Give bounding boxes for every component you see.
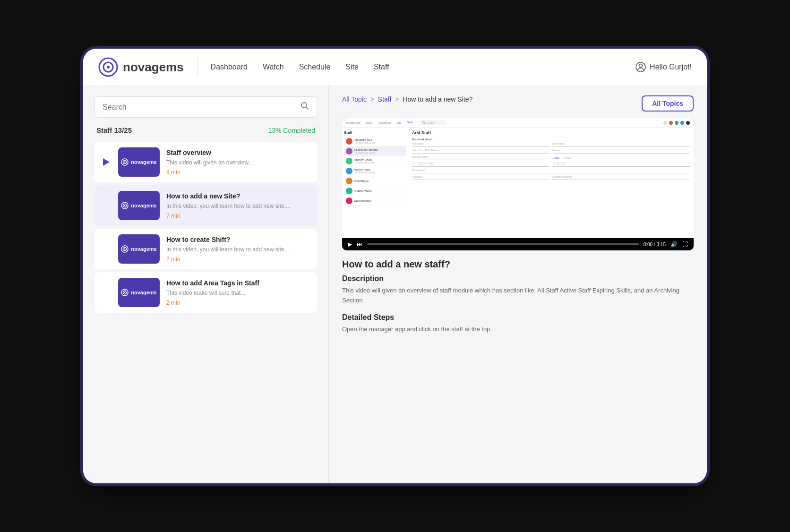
- thumb-text-1: novagems: [131, 159, 156, 165]
- right-top: All Topic > Staff > How to add a new Sit…: [342, 95, 694, 112]
- video-list: novagems Staff overview This video will …: [94, 142, 317, 313]
- ss-field-confirm-pw: Confirm Password: [552, 175, 690, 180]
- all-topics-button[interactable]: All Topics: [642, 95, 694, 112]
- ss-field-phone: +1 _ 760-221 - 7901: [412, 162, 550, 167]
- video-item-3[interactable]: novagems How to create Shift? In this vi…: [94, 229, 317, 269]
- nav-site[interactable]: Site: [345, 63, 359, 71]
- progress-bar-track[interactable]: [367, 243, 639, 245]
- ss-field-row-6: Password Confirm Password: [412, 175, 690, 180]
- svg-point-4: [639, 64, 643, 68]
- ss-staff-name-2: Lawrence Ramirez+1 (408) 261-21-88: [354, 148, 378, 154]
- ss-field-password: Password: [412, 175, 550, 180]
- video-duration-4: 2 min: [166, 300, 310, 306]
- nav-watch[interactable]: Watch: [263, 63, 284, 71]
- video-thumb-4: novagems: [118, 278, 160, 307]
- ss-add-staff-title: Add Staff: [412, 130, 690, 135]
- ss-avatar-5: [346, 178, 352, 184]
- video-info-3: How to create Shift? In this video, you …: [166, 235, 310, 263]
- ss-field-row-3: Science battery ● Male ○ Female: [412, 155, 690, 160]
- skip-button[interactable]: ⏭: [357, 241, 362, 248]
- ss-sub-1: +1 (808) 261-21-88: [354, 141, 375, 144]
- ss-icons: [663, 121, 690, 125]
- left-panel: Staff 13/25 13% Completed: [83, 86, 329, 483]
- nav-dashboard[interactable]: Dashboard: [211, 63, 248, 71]
- video-thumb-2: novagems: [118, 191, 160, 220]
- ss-field-address: Basic Mand Edits Address: [412, 149, 550, 154]
- video-duration-1: 9 min: [166, 169, 310, 176]
- ss-staff-name-3: Stanley Lewis+1 (408) 260-12-66: [354, 158, 375, 164]
- ss-staff-title: Staff: [344, 130, 406, 135]
- ss-staff-name-5: Ivan Briggs: [354, 180, 369, 182]
- ss-add-staff-form: Add Staff Personal Detail First Name Las…: [408, 128, 694, 238]
- svg-point-10: [124, 162, 125, 163]
- ss-field-science: Science battery: [412, 155, 550, 160]
- logo-text: novagems: [123, 60, 184, 75]
- progress-header: Staff 13/25 13% Completed: [94, 126, 317, 134]
- ss-staff-4: Kevin Flores+1 (808) 261-21-88: [344, 166, 406, 176]
- video-thumb-1: novagems: [118, 147, 160, 177]
- ss-avatar-7: [346, 197, 352, 204]
- fullscreen-button[interactable]: ⛶: [682, 241, 688, 248]
- ss-sub-2: +1 (408) 261-21-88: [354, 151, 378, 154]
- ss-name-text-5: Ivan Briggs: [354, 180, 369, 182]
- ss-field-firstname: First Name: [412, 142, 550, 147]
- video-desc-4: This video make will sure that...: [166, 289, 310, 297]
- ss-field-startdate: 19 JUL 2022: [552, 162, 690, 167]
- video-item-1[interactable]: novagems Staff overview This video will …: [94, 142, 317, 182]
- ss-field-row-4: +1 _ 760-221 - 7901 19 JUL 2022: [412, 162, 690, 167]
- logo-icon: [98, 57, 118, 77]
- video-info-4: How to add Area Tags in Staff This video…: [166, 279, 310, 307]
- progress-pct: 13% Completed: [268, 127, 315, 134]
- breadcrumb-staff[interactable]: Staff: [378, 95, 392, 103]
- video-item-4[interactable]: novagems How to add Area Tags in Staff T…: [94, 272, 317, 313]
- steps-heading: Detailed Steps: [342, 313, 694, 322]
- svg-point-13: [124, 205, 125, 206]
- ss-nav-5: Staff: [407, 121, 413, 124]
- ss-field-row-2: Basic Mand Edits Address Gender: [412, 149, 690, 154]
- video-item-2[interactable]: novagems How to add a new Site? In this …: [94, 185, 317, 226]
- play-button-1[interactable]: [101, 157, 112, 167]
- nav-schedule[interactable]: Schedule: [299, 63, 331, 71]
- ss-staff-2: Lawrence Ramirez+1 (408) 261-21-88: [344, 146, 406, 156]
- breadcrumb-all-topic[interactable]: All Topic: [342, 95, 367, 103]
- ss-staff-5: Ivan Briggs: [344, 176, 406, 186]
- search-bar: [94, 96, 317, 118]
- ss-nav-1: Dashboard: [346, 121, 360, 124]
- ss-staff-list: Staff Alejandro Ney+1 (808) 261-21-88 La…: [342, 128, 408, 238]
- video-title-4: How to add Area Tags in Staff: [166, 279, 310, 287]
- play-pause-button[interactable]: ▶: [348, 241, 352, 248]
- ss-search-bar: 🔍 Search: [419, 120, 447, 125]
- svg-point-2: [107, 66, 110, 69]
- svg-marker-7: [103, 158, 110, 166]
- nav-staff[interactable]: Staff: [374, 63, 389, 71]
- ss-staff-6: Gabriel Wong: [344, 186, 406, 196]
- ss-field-row-5: Employee ID: [412, 169, 690, 173]
- user-area: Hello Gurjot!: [635, 62, 692, 72]
- svg-point-19: [124, 292, 125, 293]
- search-input[interactable]: [103, 103, 297, 112]
- breadcrumb-sep1: >: [370, 95, 374, 103]
- video-player: Dashboard Watch Schedule Site Staff 🔍 Se…: [342, 118, 694, 250]
- video-desc-3: In this video, you will learn how to add…: [166, 246, 310, 254]
- player-controls: ▶ ⏭ 0:00 / 3:15 🔊 ⛶: [342, 238, 694, 250]
- ss-sub-3: +1 (408) 260-12-66: [354, 161, 375, 164]
- video-title-2: How to add a new Site?: [166, 192, 310, 200]
- ss-personal-section: Personal Detail: [412, 138, 690, 141]
- ss-field-gender: Gender: [552, 149, 690, 154]
- right-panel: All Topic > Staff > How to add a new Sit…: [329, 86, 707, 483]
- video-title-1: Staff overview: [166, 148, 310, 157]
- ss-avatar-4: [346, 168, 352, 174]
- ss-avatar-6: [346, 188, 352, 194]
- main-content: Staff 13/25 13% Completed: [83, 86, 707, 483]
- ss-staff-name-1: Alejandro Ney+1 (808) 261-21-88: [354, 138, 375, 144]
- volume-button[interactable]: 🔊: [670, 241, 678, 248]
- main-nav: Dashboard Watch Schedule Site Staff: [211, 63, 635, 71]
- video-thumb-3: novagems: [118, 234, 160, 264]
- video-info-1: Staff overview This video will given an …: [166, 148, 310, 176]
- ss-name-text-6: Gabriel Wong: [354, 189, 372, 192]
- thumb-logo-1: novagems: [121, 158, 156, 166]
- thumb-logo-4: novagems: [121, 289, 156, 296]
- ss-avatar-1: [346, 138, 352, 145]
- ss-icon-3: [675, 121, 678, 125]
- thumb-logo-2: novagems: [121, 202, 156, 209]
